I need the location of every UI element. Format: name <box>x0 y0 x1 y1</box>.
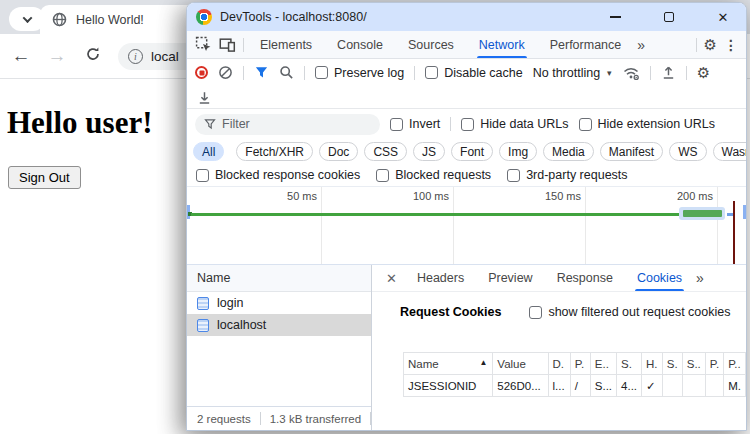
maximize-icon <box>664 12 674 22</box>
import-har-button[interactable] <box>197 90 212 105</box>
info-icon[interactable]: i <box>128 49 143 64</box>
tab-elements[interactable]: Elements <box>251 31 321 58</box>
overview-right-handle[interactable] <box>743 205 746 219</box>
tab-sources[interactable]: Sources <box>399 31 463 58</box>
more-details-tabs-button[interactable]: » <box>696 270 703 286</box>
checkbox-icon <box>390 118 403 131</box>
col-path[interactable]: P. <box>570 353 590 375</box>
tab-preview[interactable]: Preview <box>478 265 542 291</box>
disable-cache-checkbox[interactable]: Disable cache <box>425 66 523 80</box>
search-button[interactable] <box>279 65 294 80</box>
network-settings-gear-icon[interactable]: ⚙ <box>697 64 710 82</box>
request-details-panel: ✕ Headers Preview Response Cookies » Req… <box>372 265 746 430</box>
tab-title: Hello World! <box>76 13 144 27</box>
reload-button[interactable] <box>82 45 104 67</box>
blocked-requests-checkbox[interactable]: Blocked requests <box>376 168 491 182</box>
cookie-table-header: Name ▲ Value D. P. E.. S. H. S. S.. P. <box>404 353 746 375</box>
col-value[interactable]: Value <box>493 353 548 375</box>
invert-checkbox[interactable]: Invert <box>390 117 440 131</box>
gridline <box>717 187 718 264</box>
checkbox-icon <box>507 169 520 182</box>
chevron-down-icon <box>22 13 32 23</box>
chip-manifest[interactable]: Manifest <box>600 142 663 161</box>
record-button[interactable] <box>195 66 208 79</box>
device-toolbar-icon <box>219 36 236 53</box>
request-type-chips: All Fetch/XHR Doc CSS JS Font Img Media … <box>187 139 746 164</box>
network-overview-timeline[interactable]: 50 ms 100 ms 150 ms 200 ms <box>187 187 746 265</box>
filter-toggle-button[interactable] <box>254 65 269 80</box>
chip-css[interactable]: CSS <box>364 142 407 161</box>
hide-extension-urls-checkbox[interactable]: Hide extension URLs <box>579 117 715 131</box>
block-icon <box>218 65 233 80</box>
chip-wasm[interactable]: Wasm <box>713 142 748 161</box>
network-toolbar: Preserve log Disable cache No throttling… <box>187 59 746 86</box>
col-size[interactable]: S. <box>617 353 642 375</box>
minimize-button[interactable] <box>592 3 638 31</box>
maximize-button[interactable] <box>646 3 692 31</box>
chip-img[interactable]: Img <box>499 142 537 161</box>
more-tabs-button[interactable]: » <box>637 37 644 53</box>
upload-icon <box>661 65 676 80</box>
divider <box>260 412 261 425</box>
col-samesite[interactable]: S.. <box>682 353 705 375</box>
checkbox-icon <box>529 306 542 319</box>
chip-ws[interactable]: WS <box>669 142 706 161</box>
tab-console[interactable]: Console <box>328 31 392 58</box>
request-row-login[interactable]: login <box>187 292 371 314</box>
tab-performance[interactable]: Performance <box>541 31 631 58</box>
requests-name-header[interactable]: Name <box>187 265 371 292</box>
cookie-row[interactable]: JSESSIONID 526D0... l... / S... 4... ✓ M… <box>404 375 746 397</box>
col-priority[interactable]: P.. <box>724 353 746 375</box>
sign-out-button[interactable]: Sign Out <box>8 166 81 189</box>
blocked-response-cookies-checkbox[interactable]: Blocked response cookies <box>196 168 360 182</box>
hide-data-urls-checkbox[interactable]: Hide data URLs <box>461 117 568 131</box>
col-domain[interactable]: D. <box>548 353 570 375</box>
preserve-log-checkbox[interactable]: Preserve log <box>315 66 404 80</box>
cookie-table: Name ▲ Value D. P. E.. S. H. S. S.. P. <box>403 352 746 397</box>
back-button[interactable]: ← <box>10 45 32 67</box>
search-icon <box>279 65 294 80</box>
col-expires[interactable]: E.. <box>590 353 616 375</box>
devtools-tabbar: Elements Console Sources Network Perform… <box>187 31 746 59</box>
kebab-menu-icon[interactable]: ⋮ <box>724 37 738 53</box>
checkbox-icon <box>579 118 592 131</box>
browser-tab[interactable]: Hello World! <box>40 5 210 34</box>
tab-network[interactable]: Network <box>470 31 534 58</box>
clear-button[interactable] <box>218 65 233 80</box>
third-party-requests-checkbox[interactable]: 3rd-party requests <box>507 168 627 182</box>
tab-response[interactable]: Response <box>547 265 623 291</box>
col-partition[interactable]: P. <box>705 353 723 375</box>
request-row-localhost[interactable]: localhost <box>187 314 371 336</box>
document-icon <box>197 297 209 310</box>
show-filtered-cookies-checkbox[interactable]: show filtered out request cookies <box>529 305 730 319</box>
device-toolbar-button[interactable] <box>219 36 236 53</box>
filter-input-pill[interactable] <box>195 114 380 135</box>
page-heading: Hello user! <box>7 105 153 141</box>
cookies-pane: Request Cookies show filtered out reques… <box>372 292 746 430</box>
chip-media[interactable]: Media <box>543 142 594 161</box>
filter-input[interactable] <box>222 117 362 131</box>
chip-all[interactable]: All <box>193 142 224 161</box>
export-har-button[interactable] <box>661 65 676 80</box>
wifi-gear-icon <box>622 65 640 81</box>
col-name[interactable]: Name ▲ <box>404 353 493 375</box>
tab-cookies[interactable]: Cookies <box>627 265 692 291</box>
inspect-element-button[interactable] <box>195 36 212 53</box>
close-window-button[interactable]: ✕ <box>700 3 746 31</box>
col-secure[interactable]: S. <box>662 353 682 375</box>
settings-gear-icon[interactable]: ⚙ <box>704 36 717 54</box>
network-conditions-button[interactable] <box>622 65 640 81</box>
chip-fetch-xhr[interactable]: Fetch/XHR <box>236 142 313 161</box>
devtools-window-title: DevTools - localhost:8080/ <box>220 10 584 24</box>
tab-headers[interactable]: Headers <box>407 265 474 291</box>
throttling-dropdown[interactable]: No throttling ▾ <box>533 66 612 80</box>
blocked-filters-row: Blocked response cookies Blocked request… <box>187 164 746 187</box>
forward-button[interactable]: → <box>46 45 68 67</box>
chip-doc[interactable]: Doc <box>319 142 358 161</box>
chip-font[interactable]: Font <box>451 142 493 161</box>
col-httponly[interactable]: H. <box>642 353 663 375</box>
close-details-button[interactable]: ✕ <box>380 271 403 286</box>
chip-js[interactable]: JS <box>413 142 445 161</box>
timeline-green-bar <box>683 210 722 217</box>
checkbox-icon <box>315 66 328 79</box>
